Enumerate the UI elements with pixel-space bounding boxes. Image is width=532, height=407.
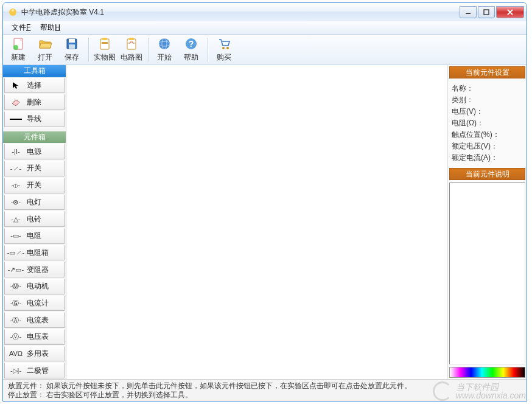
save-button[interactable]: 保存 bbox=[59, 37, 85, 63]
bell-icon: -△- bbox=[5, 215, 27, 223]
menu-help[interactable]: 帮助H bbox=[35, 21, 65, 34]
svg-point-1 bbox=[12, 9, 14, 12]
description-body bbox=[449, 183, 525, 364]
app-icon bbox=[8, 7, 18, 17]
multimeter-icon: AVΩ bbox=[5, 350, 27, 357]
component-switch1[interactable]: -⟋-开关 bbox=[4, 161, 65, 176]
motor-icon: -Ⓜ- bbox=[5, 282, 27, 291]
workspace-canvas[interactable] bbox=[66, 65, 447, 379]
component-voltmeter[interactable]: -Ⓥ-电压表 bbox=[4, 329, 65, 345]
separator bbox=[148, 38, 149, 62]
menubar: 文件F 帮助H bbox=[3, 21, 527, 35]
titlebar: 中学电路虚拟实验室 V4.1 bbox=[3, 3, 527, 21]
component-resistor-box[interactable]: -▭⟋-电阻箱 bbox=[4, 245, 65, 261]
left-panel: 工具箱 选择 删除 导线 元件箱 -|I-电源 -⟋-开关 -⦶-开关 -⊗-电… bbox=[3, 65, 66, 379]
componentbox-header: 元件箱 bbox=[3, 131, 66, 144]
component-switch2[interactable]: -⦶-开关 bbox=[4, 178, 65, 193]
tool-select[interactable]: 选择 bbox=[4, 78, 65, 94]
wire-icon bbox=[5, 117, 27, 121]
prop-contact-pos: 触点位置(%)： bbox=[452, 130, 523, 140]
physical-view-button[interactable]: 实物图 bbox=[92, 37, 117, 63]
status-line-1: 放置元件： 如果该元件按钮未按下，则先单击此元件按钮，如果该元件按钮已按下，在实… bbox=[8, 381, 522, 391]
folder-open-icon bbox=[38, 37, 52, 51]
eraser-icon bbox=[5, 99, 27, 106]
prop-category: 类别： bbox=[452, 95, 523, 105]
new-file-icon bbox=[11, 37, 26, 51]
component-lamp[interactable]: -⊗-电灯 bbox=[4, 195, 65, 210]
component-resistor[interactable]: -▭-电阻 bbox=[4, 228, 65, 244]
resistor-box-icon: -▭⟋- bbox=[5, 249, 27, 257]
diode-icon: -▷|- bbox=[5, 367, 27, 375]
svg-rect-13 bbox=[102, 42, 108, 44]
voltmeter-icon: -Ⓥ- bbox=[5, 332, 27, 341]
open-button[interactable]: 打开 bbox=[32, 37, 58, 63]
switch-icon: -⟋- bbox=[5, 165, 27, 172]
cart-icon bbox=[217, 37, 231, 51]
toolbox-header: 工具箱 bbox=[3, 65, 66, 77]
settings-header: 当前元件设置 bbox=[449, 66, 525, 78]
svg-point-21 bbox=[222, 47, 225, 49]
prop-rated-current: 额定电流(A)： bbox=[452, 153, 523, 163]
galvanometer-icon: -Ⓖ- bbox=[5, 299, 27, 308]
svg-text:?: ? bbox=[189, 39, 194, 49]
resistor-icon: -▭- bbox=[5, 232, 27, 240]
svg-rect-12 bbox=[102, 38, 107, 40]
svg-point-16 bbox=[159, 38, 170, 49]
color-spectrum-picker[interactable] bbox=[449, 367, 525, 378]
settings-body: 名称： 类别： 电压(V)： 电阻(Ω)： 触点位置(%)： 额定电压(V)： … bbox=[448, 80, 527, 167]
component-power[interactable]: -|I-电源 bbox=[4, 144, 65, 159]
statusbar: 放置元件： 如果该元件按钮未按下，则先单击此元件按钮，如果该元件按钮已按下，在实… bbox=[3, 379, 527, 401]
prop-resistance: 电阻(Ω)： bbox=[452, 118, 523, 128]
globe-icon bbox=[157, 37, 172, 51]
prop-voltage: 电压(V)： bbox=[452, 106, 523, 117]
power-icon: -|I- bbox=[5, 148, 27, 155]
toolbar: 新建 打开 保存 实物图 电路图 开始 ? 帮助 bbox=[3, 35, 527, 65]
help-icon: ? bbox=[184, 37, 198, 51]
ammeter-icon: -Ⓐ- bbox=[5, 316, 27, 325]
lamp-icon: -⊗- bbox=[5, 198, 27, 206]
cursor-icon bbox=[5, 82, 27, 90]
floppy-save-icon bbox=[65, 37, 79, 51]
tool-wire[interactable]: 导线 bbox=[4, 111, 65, 127]
clipboard-circuit-icon bbox=[124, 37, 139, 51]
start-button[interactable]: 开始 bbox=[152, 37, 177, 63]
svg-rect-10 bbox=[69, 44, 75, 49]
clipboard-physical-icon bbox=[97, 37, 112, 51]
prop-rated-voltage: 额定电压(V)： bbox=[452, 141, 523, 151]
right-panel: 当前元件设置 名称： 类别： 电压(V)： 电阻(Ω)： 触点位置(%)： 额定… bbox=[447, 65, 527, 379]
switch2-icon: -⦶- bbox=[5, 181, 27, 189]
component-motor[interactable]: -Ⓜ-电动机 bbox=[4, 279, 65, 294]
svg-point-7 bbox=[13, 45, 18, 50]
component-multimeter[interactable]: AVΩ多用表 bbox=[4, 346, 65, 362]
component-diode[interactable]: -▷|-二极管 bbox=[4, 363, 65, 378]
component-ammeter[interactable]: -Ⓐ-电流表 bbox=[4, 312, 65, 328]
description-header: 当前元件说明 bbox=[449, 168, 525, 180]
status-line-2: 停止放置： 右击实验区可停止放置，并切换到选择工具。 bbox=[8, 391, 522, 400]
prop-name: 名称： bbox=[452, 83, 523, 94]
close-button[interactable] bbox=[496, 6, 524, 18]
buy-button[interactable]: 购买 bbox=[211, 37, 237, 63]
separator bbox=[208, 38, 209, 62]
component-bell[interactable]: -△-电铃 bbox=[4, 211, 65, 227]
svg-rect-9 bbox=[69, 39, 75, 43]
svg-rect-3 bbox=[484, 10, 489, 15]
separator bbox=[88, 38, 89, 62]
svg-rect-14 bbox=[127, 39, 136, 49]
menu-file[interactable]: 文件F bbox=[7, 21, 35, 34]
help-button[interactable]: ? 帮助 bbox=[178, 37, 204, 63]
new-button[interactable]: 新建 bbox=[5, 37, 31, 63]
component-galvanometer[interactable]: -Ⓖ-电流计 bbox=[4, 296, 65, 311]
minimize-button[interactable] bbox=[460, 6, 477, 18]
rheostat-icon: -↗▭- bbox=[5, 266, 27, 274]
svg-rect-15 bbox=[129, 38, 134, 40]
svg-rect-11 bbox=[100, 39, 109, 49]
maximize-button[interactable] bbox=[478, 6, 495, 18]
tool-delete[interactable]: 删除 bbox=[4, 94, 65, 110]
circuit-view-button[interactable]: 电路图 bbox=[119, 37, 144, 63]
svg-point-22 bbox=[226, 47, 229, 49]
component-rheostat[interactable]: -↗▭-变阻器 bbox=[4, 262, 65, 277]
window-title: 中学电路虚拟实验室 V4.1 bbox=[21, 7, 458, 18]
